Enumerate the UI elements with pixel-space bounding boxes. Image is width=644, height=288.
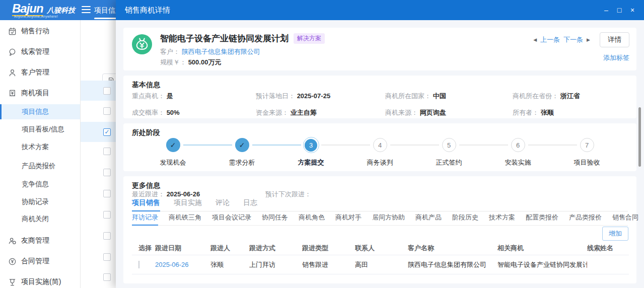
subtab-opportunity-roles[interactable]: 商机角色 <box>299 213 325 225</box>
sidebar-item-leads[interactable]: 线索管理 <box>0 44 80 59</box>
subtab-products[interactable]: 商机产品 <box>415 213 442 225</box>
window-controls: – □ × <box>600 4 639 17</box>
next-arrow-icon[interactable]: ▶ <box>587 37 590 42</box>
prev-record-link[interactable]: 上一条 <box>540 35 560 44</box>
step-number: 4 <box>373 138 387 152</box>
sidebar-subitem-project-info[interactable]: 项目信息 <box>0 104 80 119</box>
sidebar-subitem-opportunity-close[interactable]: 商机关闭 <box>0 211 80 227</box>
list-row <box>81 101 116 121</box>
row-checkbox[interactable] <box>103 148 111 155</box>
field-fund-source: 资金来源： 业主自筹 <box>256 108 385 117</box>
subtab-iron-triangle[interactable]: 商机铁三角 <box>169 213 201 225</box>
list-row: ✓ <box>81 122 116 142</box>
subtab-collab-tasks[interactable]: 协同任务 <box>262 213 288 225</box>
stage-step-1[interactable]: 发现机会 <box>138 136 207 167</box>
opportunity-detail-modal: 销售商机详情 – □ × 智能电子设备产业链协同发展计划 解决方案 客户： 陕西… <box>116 0 644 288</box>
field-expected-date: 预计落地日： 2025-07-25 <box>256 92 385 101</box>
scale-line: 规模￥： 500.00万元 <box>160 58 221 67</box>
sidebar-item-implementation[interactable]: 项目实施(简) <box>0 274 80 288</box>
sidebar-item-customers[interactable]: 客户管理 <box>0 65 80 80</box>
row-checkbox-checked[interactable]: ✓ <box>103 128 111 136</box>
subtab-stage-history[interactable]: 阶段历史 <box>452 213 478 225</box>
field-opportunity-source: 商机来源： 网页询盘 <box>385 108 513 117</box>
more-info-title: 更多信息 <box>132 181 160 190</box>
row-checkbox[interactable] <box>103 190 111 197</box>
list-row <box>81 247 116 267</box>
sidebar-subitem-project-board[interactable]: 项目看板/信息 <box>0 122 80 137</box>
row-checkbox[interactable] <box>103 232 111 240</box>
modal-scrollbar[interactable] <box>638 107 641 167</box>
subtab-product-quote[interactable]: 产品类报价 <box>569 213 602 225</box>
field-win-probability: 成交概率： 50% <box>132 108 256 117</box>
solution-badge: 解决方案 <box>294 33 325 44</box>
modal-title: 销售商机详情 <box>125 6 170 15</box>
opportunity-header-card: 智能电子设备产业链协同发展计划 解决方案 客户： 陕西电子信息集团有限公司 规模… <box>123 28 636 70</box>
screen: Bajun 八骏科技 Anyone,Anytime,Anywhere! 项目信息… <box>0 0 644 288</box>
stage-step-6[interactable]: 6 安装实施 <box>483 136 552 167</box>
stage-step-4[interactable]: 4 商务谈判 <box>345 136 414 167</box>
row-checkbox[interactable] <box>103 211 111 219</box>
stage-step-7[interactable]: 7 项目验收 <box>552 136 621 167</box>
modal-header: 销售商机详情 – □ × <box>116 0 644 20</box>
list-row <box>81 162 116 182</box>
maximize-icon[interactable]: □ <box>613 4 626 17</box>
sidebar-subitem-tech-solution[interactable]: 技术方案 <box>0 139 80 155</box>
customer-link[interactable]: 陕西电子信息集团有限公司 <box>182 48 260 55</box>
row-checkbox[interactable] <box>103 273 111 281</box>
close-icon[interactable]: × <box>626 4 639 17</box>
table-row: 2025-06-26 张顺 上门拜访 销售跟进 高田 陕西电子信息集团有限公司 … <box>132 255 629 274</box>
list-row <box>81 141 116 161</box>
table-header-row: 选择 跟进日期 跟进人 跟进方式 跟进类型 联系人 客户名称 相关商机 线索姓名 <box>132 242 629 255</box>
stage-step-3-current[interactable]: 3 方案提交 <box>276 136 345 167</box>
sidebar-subitem-competition-info[interactable]: 竞争信息 <box>0 177 80 192</box>
subtab-intermediary[interactable]: 居间方协助 <box>372 213 405 225</box>
visit-date-link[interactable]: 2025-06-26 <box>155 261 210 268</box>
table-row-checkbox[interactable] <box>138 261 139 268</box>
subtab-sales-contract[interactable]: 销售合同 <box>612 213 638 225</box>
row-checkbox[interactable] <box>103 169 111 176</box>
tab-project-sales[interactable]: 项目销售 <box>132 198 160 211</box>
sidebar-subitem-product-quote[interactable]: 产品类报价 <box>0 159 80 174</box>
field-owner: 所有者： 张顺 <box>513 108 626 117</box>
row-checkbox[interactable] <box>103 253 111 261</box>
step-number: 3 <box>305 139 317 152</box>
tab-comments[interactable]: 评论 <box>216 198 230 211</box>
stage-step-5[interactable]: 5 正式签约 <box>414 136 483 167</box>
detail-button[interactable]: 详情 <box>600 32 629 47</box>
step-done-check-icon <box>166 138 180 152</box>
subtab-visit-records[interactable]: 拜访记录 <box>132 213 158 226</box>
basic-info-title: 基本信息 <box>132 81 160 90</box>
minimize-icon[interactable]: – <box>600 4 613 17</box>
background-list-panel: ✓ <box>81 20 116 288</box>
sidebar-subitem-assist-records[interactable]: 协助记录 <box>0 194 80 209</box>
subtab-config-quote[interactable]: 配置类报价 <box>526 213 558 225</box>
subtab-tech-solution[interactable]: 技术方案 <box>489 213 515 225</box>
logo-cn-text: 八骏科技 <box>47 6 75 14</box>
row-checkbox[interactable] <box>103 87 111 95</box>
row-checkbox[interactable] <box>103 107 111 115</box>
sidebar-item-partners[interactable]: 友商管理 <box>0 233 80 248</box>
list-row <box>81 183 116 203</box>
list-row <box>81 81 116 101</box>
menu-icon[interactable] <box>82 6 91 14</box>
subtab-competitors[interactable]: 商机对手 <box>335 213 362 225</box>
implementation-icon <box>8 278 17 286</box>
tab-project-implementation[interactable]: 项目实施 <box>174 198 202 211</box>
next-record-link[interactable]: 下一条 <box>563 35 583 44</box>
step-done-check-icon <box>235 138 249 152</box>
sidebar-item-sales-action[interactable]: 销售行动 <box>0 24 80 39</box>
sidebar-item-contracts[interactable]: 合同管理 <box>0 254 80 269</box>
leads-icon <box>8 48 17 56</box>
step-number: 6 <box>511 138 525 152</box>
subtab-meeting-records[interactable]: 项目会议记录 <box>212 213 251 225</box>
tab-logs[interactable]: 日志 <box>243 198 257 211</box>
prev-arrow-icon[interactable]: ◀ <box>533 37 537 42</box>
stage-step-2[interactable]: 需求分析 <box>207 136 276 167</box>
more-info-subtabs: 拜访记录 商机铁三角 项目会议记录 协同任务 商机角色 商机对手 居间方协助 商… <box>132 213 628 226</box>
add-tag-link[interactable]: 添加标签 <box>603 54 629 61</box>
logo-text: Bajun <box>12 2 43 16</box>
add-button[interactable]: 增加 <box>602 227 628 241</box>
sidebar-item-opportunities[interactable]: 商机项目 <box>0 86 80 101</box>
opportunity-icon <box>8 89 17 98</box>
list-row <box>81 204 116 225</box>
